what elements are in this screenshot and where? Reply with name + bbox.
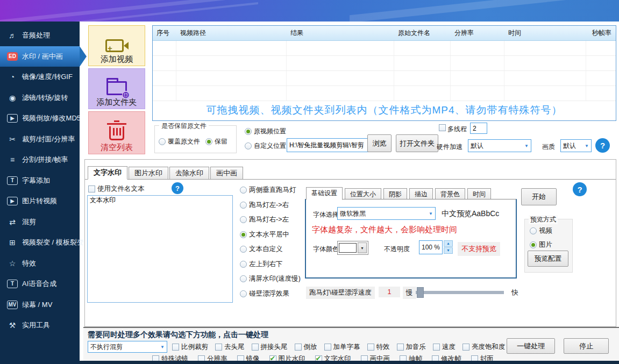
sidebar-item[interactable]: T AI语音合成 [0, 274, 80, 295]
browse-button[interactable]: 浏览 [367, 134, 392, 152]
no-preview-note: 不支持预览 [458, 242, 500, 256]
speed-slider-handle[interactable] [417, 287, 424, 298]
hw-accel-select[interactable]: 默认 ▼ [468, 139, 531, 152]
reverse-md5-icon: ▶ [7, 114, 18, 123]
sidebar-item[interactable]: ⇄ 混剪 [0, 212, 80, 233]
batch-option[interactable]: 拼接头尾 [252, 342, 288, 352]
settings-tab[interactable]: 背景色 [435, 188, 465, 200]
effect-option-radio[interactable]: 满屏水印(速度慢) [240, 274, 301, 283]
batch-option[interactable]: 比例裁剪 [172, 342, 208, 352]
preview-mode-radio[interactable]: 图片 [530, 240, 552, 249]
spin-up-icon[interactable]: ▲ [444, 240, 453, 247]
settings-tab[interactable]: 位置大小 [345, 188, 381, 200]
batch-options-row1: 比例裁剪 去头尾 拼接头尾 倒放 [172, 342, 506, 352]
checkbox-icon [88, 185, 95, 192]
sidebar-item[interactable]: ≡ 分割/拼接/帧率 [0, 149, 80, 170]
add-video-button[interactable]: 添加视频 [88, 25, 145, 66]
location-custom-radio[interactable]: 自定义位置 [245, 141, 286, 151]
effect-option-radio[interactable]: 文本自定义 [240, 245, 301, 254]
settings-tab[interactable]: 基础设置 [306, 187, 343, 200]
settings-tab[interactable]: 阴影 [383, 188, 407, 200]
effect-option-radio[interactable]: 跑马灯右->左 [240, 215, 301, 224]
chevron-down-icon: ▼ [522, 144, 529, 148]
img2video-icon: ▶ [7, 197, 18, 205]
open-folder-button[interactable]: 打开文件夹 [396, 134, 438, 152]
watermark-tab[interactable]: 画中画 [210, 167, 243, 180]
effect-option-radio[interactable]: 跑马灯左->右 [240, 201, 301, 210]
sidebar-item[interactable]: ⚒ 实用工具 [0, 315, 80, 336]
sidebar-item[interactable]: MV 绿幕 / MV [0, 295, 80, 316]
multithread-label: 多线程 [447, 125, 467, 134]
multithread-input[interactable] [470, 123, 487, 134]
preview-config-button[interactable]: 预览配置 [528, 251, 568, 267]
greenscreen-icon: MV [7, 301, 18, 309]
batch-option[interactable]: 倒放 [295, 342, 317, 352]
sidebar-item[interactable]: ▶ 视频倒放/修改MD5 [0, 108, 80, 129]
hw-accel-value: 默认 [471, 141, 483, 151]
sidebar-item-label: 特效 [22, 259, 36, 268]
watermark-tab[interactable]: 去除水印 [169, 167, 209, 180]
sidebar-item[interactable]: ED 水印 / 画中画 [0, 46, 80, 67]
trash-icon [109, 126, 124, 140]
checkbox-icon [367, 344, 374, 351]
use-filename-checkbox[interactable]: 使用文件名文本 [88, 184, 145, 194]
batch-option[interactable]: 加单字幕 [324, 342, 360, 352]
sidebar-item[interactable]: ◔ 镜像/速度/转GIF [0, 67, 80, 88]
sidebar-item[interactable]: ◉ 滤镜/转场/旋转 [0, 88, 80, 109]
start-button[interactable]: 开始 [521, 188, 557, 205]
drag-drop-hint: 可拖拽视频、视频文件夹到列表内（文件格式为MP4、请勿带有特殊符号） [153, 103, 616, 117]
add-video-icon [105, 39, 124, 52]
chevron-down-icon: ▼ [582, 144, 589, 148]
spin-down-icon[interactable]: ▼ [444, 247, 453, 254]
color-swatch [339, 243, 357, 253]
effect-option-radio[interactable]: 两侧垂直跑马灯 [240, 185, 301, 195]
panel-help-icon[interactable]: ? [573, 182, 587, 196]
location-original-radio[interactable]: 原视频位置 [245, 127, 286, 136]
batch-option[interactable]: 加音乐 [397, 342, 426, 352]
sidebar-item[interactable]: ▶ 图片转视频 [0, 191, 80, 212]
add-folder-button[interactable]: 添加文件夹 [88, 68, 145, 109]
mix-mode-select[interactable]: 不执行混剪 ▼ [88, 341, 167, 353]
keep-option-radio[interactable]: 覆盖原文件 [159, 137, 200, 146]
speed-label: 跑马灯\碰壁漂浮速度 [306, 287, 375, 299]
clear-list-button[interactable]: 清空列表 [88, 111, 145, 154]
effect-option-radio[interactable]: 碰壁漂浮效果 [240, 289, 301, 298]
sidebar-item[interactable]: T 字幕添加 [0, 170, 80, 191]
opacity-value[interactable]: 100 % [419, 240, 443, 254]
font-select[interactable]: 微软雅黑 ▼ [337, 207, 436, 220]
settings-tab[interactable]: 描边 [409, 188, 433, 200]
sidebar-item[interactable]: ✂ 裁剪/封面/分辨率 [0, 129, 80, 150]
sidebar-item[interactable]: ☆ 特效 [0, 253, 80, 274]
process-all-button[interactable]: 一键处理 [507, 338, 555, 354]
speed-slider-track[interactable] [416, 291, 504, 294]
stop-button[interactable]: 停止 [564, 338, 609, 354]
batch-option[interactable]: 去头尾 [215, 342, 245, 352]
radio-icon [240, 246, 247, 253]
effect-option-radio[interactable]: 左上到右下 [240, 260, 301, 269]
font-color-select[interactable]: ▼ [337, 241, 368, 255]
keep-option-radio[interactable]: 保留 [205, 137, 227, 146]
multithread-checkbox[interactable] [439, 124, 446, 131]
text-help-icon[interactable]: ? [172, 182, 183, 194]
mix-mode-value: 不执行混剪 [90, 342, 123, 352]
batch-option[interactable]: 速度 [433, 342, 456, 352]
batch-option[interactable]: 特效 [367, 342, 390, 352]
watermark-text-input[interactable]: 文本水印 [87, 195, 233, 303]
preview-mode-radio[interactable]: 视频 [530, 226, 552, 235]
quality-select[interactable]: 默认 ▼ [560, 139, 592, 152]
watermark-tab[interactable]: 图片水印 [129, 167, 168, 180]
sidebar-item[interactable]: ♬ 音频处理 [0, 25, 80, 46]
sidebar-item[interactable]: ⊞ 视频裂变 / 模板裂变 [0, 232, 80, 253]
radio-icon [245, 128, 252, 135]
watermark-tab[interactable]: 文字水印 [88, 166, 127, 180]
sidebar-item-label: 音频处理 [22, 31, 50, 40]
file-table[interactable]: 序号视频路径结果原始文件名分辨率时间秒帧率 可拖拽视频、视频文件夹到列表内（文件… [152, 25, 616, 121]
radio-icon [240, 261, 247, 268]
column-header: 结果 [287, 28, 394, 38]
effect-option-radio[interactable]: 文本水平居中 [240, 230, 301, 239]
settings-tab[interactable]: 时间 [467, 188, 491, 200]
batch-option[interactable]: 亮度饱和度 [463, 342, 506, 352]
radio-icon [240, 202, 247, 209]
output-help-icon[interactable]: ? [595, 138, 610, 153]
titlebar[interactable] [0, 0, 619, 22]
